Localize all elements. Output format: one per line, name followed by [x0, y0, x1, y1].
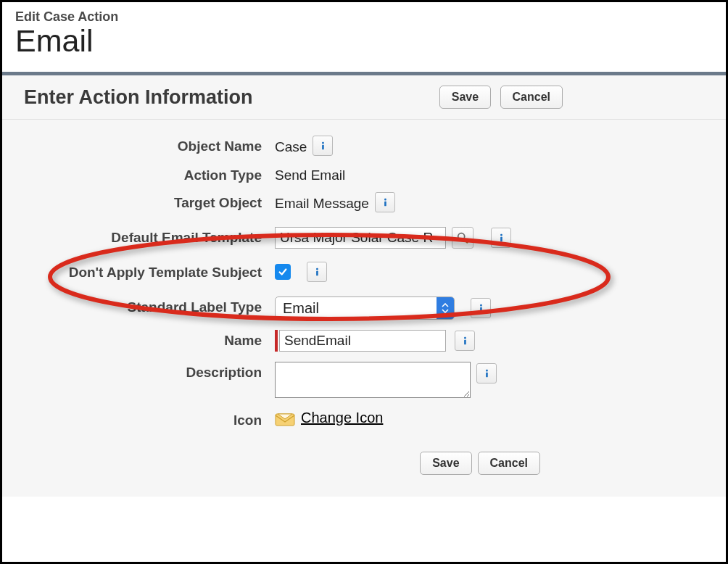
svg-rect-15 — [486, 373, 488, 378]
page-header: Edit Case Action Email — [2, 2, 726, 72]
svg-rect-14 — [486, 370, 488, 372]
info-icon[interactable] — [307, 262, 327, 282]
svg-rect-8 — [316, 268, 318, 270]
name-input[interactable] — [279, 330, 446, 352]
form-area: Object Name Case Action Type Send Email … — [2, 120, 726, 497]
label-action-type: Action Type — [28, 165, 275, 183]
row-standard-label-type: Standard Label Type Email — [28, 286, 700, 324]
value-target-object: Email Message — [275, 193, 369, 212]
panel-title: Enter Action Information — [24, 86, 253, 109]
app-window: Edit Case Action Email Enter Action Info… — [0, 0, 728, 564]
dont-apply-template-subject-checkbox[interactable] — [275, 264, 291, 280]
info-icon[interactable] — [471, 298, 491, 318]
svg-rect-9 — [316, 271, 318, 276]
label-dont-apply-template-subject: Don't Apply Template Subject — [28, 262, 275, 281]
chevron-updown-icon — [437, 297, 454, 319]
value-object-name: Case — [275, 136, 307, 155]
svg-rect-12 — [464, 337, 466, 339]
row-description: Description — [28, 356, 700, 402]
label-description: Description — [28, 362, 275, 381]
svg-rect-13 — [464, 340, 466, 345]
svg-rect-10 — [480, 304, 482, 307]
info-icon[interactable] — [476, 363, 497, 383]
row-default-email-template: Default Email Template — [28, 217, 700, 253]
svg-line-5 — [464, 239, 468, 243]
label-target-object: Target Object — [28, 192, 275, 211]
value-action-type: Send Email — [275, 165, 345, 183]
envelope-icon — [275, 410, 295, 426]
svg-rect-2 — [384, 199, 386, 201]
cancel-button-bottom[interactable]: Cancel — [478, 452, 540, 475]
svg-rect-0 — [322, 142, 324, 144]
info-icon[interactable] — [455, 331, 475, 351]
info-icon[interactable] — [375, 192, 395, 212]
label-standard-label-type: Standard Label Type — [28, 296, 275, 315]
footer-buttons: Save Cancel — [28, 433, 700, 475]
label-default-email-template: Default Email Template — [28, 227, 275, 246]
default-email-template-input[interactable] — [275, 227, 446, 249]
required-indicator — [275, 330, 278, 352]
standard-label-type-value: Email — [276, 300, 319, 317]
label-icon: Icon — [28, 410, 275, 428]
svg-rect-3 — [384, 202, 386, 207]
save-button-bottom[interactable]: Save — [420, 452, 471, 475]
cancel-button[interactable]: Cancel — [500, 86, 563, 109]
action-panel: Enter Action Information Save Cancel Obj… — [2, 75, 726, 497]
row-name: Name — [28, 324, 700, 356]
info-icon[interactable] — [491, 228, 511, 248]
svg-rect-7 — [500, 237, 502, 242]
page-super-title: Edit Case Action — [15, 9, 713, 25]
panel-header: Enter Action Information Save Cancel — [2, 75, 726, 120]
svg-rect-6 — [500, 234, 502, 236]
label-name: Name — [28, 330, 275, 349]
row-dont-apply-template-subject: Don't Apply Template Subject — [28, 253, 700, 286]
standard-label-type-select[interactable]: Email — [275, 296, 455, 320]
svg-rect-1 — [322, 145, 324, 150]
lookup-icon[interactable] — [452, 227, 473, 249]
row-object-name: Object Name Case — [28, 131, 700, 160]
label-object-name: Object Name — [28, 136, 275, 154]
change-icon-link[interactable]: Change Icon — [301, 410, 383, 426]
row-action-type: Action Type Send Email — [28, 160, 700, 188]
save-button[interactable]: Save — [439, 86, 491, 109]
info-icon[interactable] — [313, 136, 333, 156]
page-title: Email — [15, 23, 713, 59]
description-textarea[interactable] — [275, 362, 471, 398]
row-icon: Icon Change Icon — [28, 402, 700, 433]
row-target-object: Target Object Email Message — [28, 188, 700, 217]
svg-rect-11 — [480, 307, 482, 312]
